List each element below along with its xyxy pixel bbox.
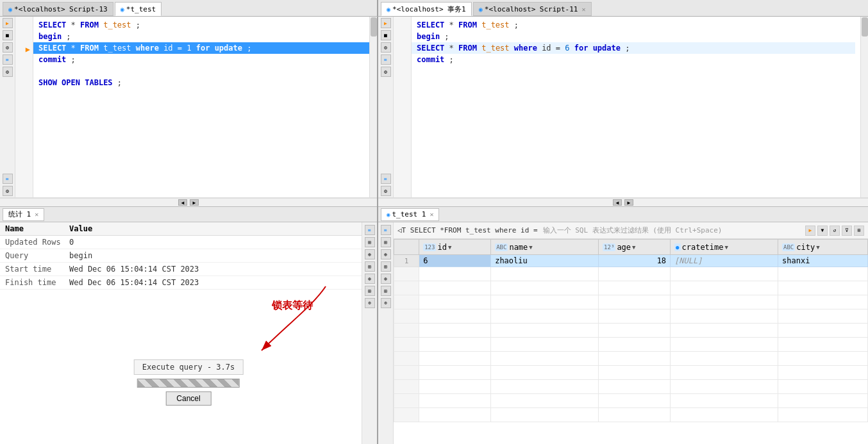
data-grid-side-toolbar: ≡ ⊞ ⊕ ⊞ ⊕ ⊞ ⚙ — [378, 222, 394, 444]
right-code-editor[interactable]: SELECT * FROM t_test ; begin ; SELECT — [412, 17, 860, 197]
grid-tool3[interactable]: ⊕ — [381, 249, 391, 259]
right-tool5[interactable]: ⚙ — [381, 67, 391, 77]
execute-box: Execute query - 3.7s Cancel — [134, 359, 244, 406]
results-tool6[interactable]: ⊞ — [365, 286, 375, 296]
right-tool6[interactable]: ≡ — [381, 174, 391, 184]
cratetime-col-dropdown-icon[interactable]: ▼ — [725, 244, 728, 251]
city-col-dropdown-icon[interactable]: ▼ — [816, 244, 819, 251]
query-bar-sql: ◁T SELECT *FROM t_test where id = — [397, 226, 538, 234]
stop-button[interactable]: ■ — [3, 30, 13, 40]
grid-tool2[interactable]: ⊞ — [381, 237, 391, 247]
filter-icon[interactable]: ⊽ — [842, 226, 852, 236]
results-tool3[interactable]: ⊕ — [365, 249, 375, 259]
table-row-empty-6 — [394, 338, 868, 352]
results-tool1[interactable]: ≡ — [365, 225, 375, 235]
progress-bar — [137, 379, 240, 388]
execute-label: Execute query - 3.7s — [134, 359, 244, 375]
cell-name[interactable]: zhaoliu — [491, 255, 599, 267]
grid-tool4[interactable]: ⊞ — [381, 261, 391, 272]
col-cratetime-header[interactable]: ● cratetime ▼ — [671, 240, 778, 255]
col-city-header[interactable]: ABC city ▼ — [778, 240, 868, 255]
ttest-results-icon: ◉ — [387, 211, 390, 218]
tab-script13[interactable]: ◉ *<localhost> Script-13 — [3, 2, 113, 16]
results-tool4[interactable]: ⊞ — [365, 261, 375, 272]
id-col-dropdown-icon[interactable]: ▼ — [448, 244, 451, 251]
table-row-empty-1 — [394, 267, 868, 281]
left-h-scroll[interactable]: ◀ ▶ — [0, 198, 377, 207]
ttest-results-tab[interactable]: ◉ t_test 1 ✕ — [381, 208, 439, 221]
grid-tool7[interactable]: ⚙ — [381, 298, 391, 308]
right-tool4[interactable]: ≡ — [381, 54, 391, 65]
cell-age[interactable]: 18 — [599, 255, 671, 267]
data-table-container: 123 id ▼ ABC nam — [394, 239, 868, 444]
stat-finish-time-value: Wed Dec 06 15:04:14 CST 2023 — [69, 278, 199, 287]
code-line-4: commit ; — [38, 54, 364, 65]
table-row[interactable]: 1 6 zhaoliu 18 [NULL] shanxi — [394, 255, 868, 267]
cell-city[interactable]: shanxi — [778, 255, 868, 267]
left-tool7[interactable]: ⚙ — [3, 186, 13, 196]
stats-header-value: Value — [69, 224, 92, 233]
results-tool2[interactable]: ⊞ — [365, 237, 375, 247]
cancel-button[interactable]: Cancel — [165, 391, 211, 406]
refresh-icon[interactable]: ↺ — [830, 226, 840, 236]
name-col-type-icon: ABC — [495, 243, 508, 251]
tab-script11-close[interactable]: ✕ — [581, 6, 585, 13]
age-col-dropdown-icon[interactable]: ▼ — [632, 244, 635, 251]
filter-hint: 输入一个 SQL 表达式来过滤结果 (使用 Ctrl+Space) — [543, 226, 803, 235]
left-code-editor[interactable]: SELECT * FROM t_test ; begin ; SELECT — [33, 17, 369, 197]
col-age-header[interactable]: 12³ age ▼ — [599, 240, 671, 255]
grid-tool5[interactable]: ⊕ — [381, 274, 391, 284]
left-tool3[interactable]: ⚙ — [3, 42, 13, 53]
left-editor-vscroll[interactable] — [369, 17, 377, 197]
scroll-left-arrow[interactable]: ◀ — [178, 199, 187, 206]
grid-tool1[interactable]: ≡ — [381, 225, 391, 235]
grid-tool6[interactable]: ⊞ — [381, 286, 391, 296]
results-tool7[interactable]: ⚙ — [365, 298, 375, 308]
name-col-dropdown-icon[interactable]: ▼ — [529, 244, 532, 251]
stats-tab-close[interactable]: ✕ — [35, 211, 38, 218]
code-line-5 — [38, 65, 364, 77]
query-bar-arrow-down[interactable]: ▼ — [817, 226, 828, 236]
cell-cratetime[interactable]: [NULL] — [671, 255, 778, 267]
stats-tab[interactable]: 统计 1 ✕ — [3, 208, 44, 221]
run-button[interactable]: ▶ — [3, 18, 13, 28]
right-run-btn[interactable]: ▶ — [381, 18, 391, 28]
right-tool7[interactable]: ⚙ — [381, 186, 391, 196]
right-scroll-right[interactable]: ▶ — [624, 199, 633, 206]
tab-ttest[interactable]: ◉ *t_test — [115, 2, 162, 16]
id-col-type-icon: 123 — [423, 243, 436, 251]
left-tool4[interactable]: ≡ — [3, 54, 13, 65]
city-col-type-icon: ABC — [782, 243, 795, 251]
tab-ttest-label: *t_test — [126, 5, 156, 13]
results-tool5[interactable]: ⊕ — [365, 274, 375, 284]
code-line-3-selected: SELECT * FROM t_test where id = 1 for up… — [33, 42, 369, 54]
script-icon: ◉ — [8, 6, 12, 13]
ttest-results-tab-close[interactable]: ✕ — [430, 211, 433, 218]
table-row-empty-8 — [394, 366, 868, 380]
table-row-empty-9 — [394, 380, 868, 394]
results-side-toolbar-left: ≡ ⊞ ⊕ ⊞ ⊕ ⊞ ⚙ — [362, 222, 377, 444]
query-bar: ◁T SELECT *FROM t_test where id = 输入一个 S… — [394, 222, 868, 239]
right-tool3[interactable]: ⚙ — [381, 42, 391, 53]
col-name-header[interactable]: ABC name ▼ — [491, 240, 599, 255]
right-stop-btn[interactable]: ■ — [381, 30, 391, 40]
stat-start-time-name: Start time — [5, 265, 69, 274]
run-query-icon[interactable]: ▶ — [805, 226, 815, 236]
tab-script11[interactable]: ◉ *<localhost> Script-11 ✕ — [473, 2, 592, 16]
results-tab-bar-left: 统计 1 ✕ — [0, 207, 377, 222]
code-line-1: SELECT * FROM t_test ; — [38, 19, 364, 31]
left-tool5[interactable]: ⚙ — [3, 67, 13, 77]
left-tool6[interactable]: ≡ — [3, 174, 13, 184]
grid-settings-icon[interactable]: ⊞ — [854, 226, 864, 236]
right-h-scroll[interactable]: ◀ ▶ — [378, 198, 868, 207]
cell-id[interactable]: 6 — [419, 255, 491, 267]
table-row-empty-3 — [394, 295, 868, 309]
table-row-empty-5 — [394, 324, 868, 338]
scroll-right-arrow[interactable]: ▶ — [190, 199, 199, 206]
table-row-empty-11 — [394, 408, 868, 422]
right-scroll-left[interactable]: ◀ — [613, 199, 622, 206]
col-id-header[interactable]: 123 id ▼ — [419, 240, 491, 255]
right-editor-vscroll[interactable] — [860, 17, 868, 197]
col-id-label: id — [437, 243, 446, 252]
tab-shiwu1[interactable]: ◉ *<localhost> 事务1 — [381, 2, 472, 16]
